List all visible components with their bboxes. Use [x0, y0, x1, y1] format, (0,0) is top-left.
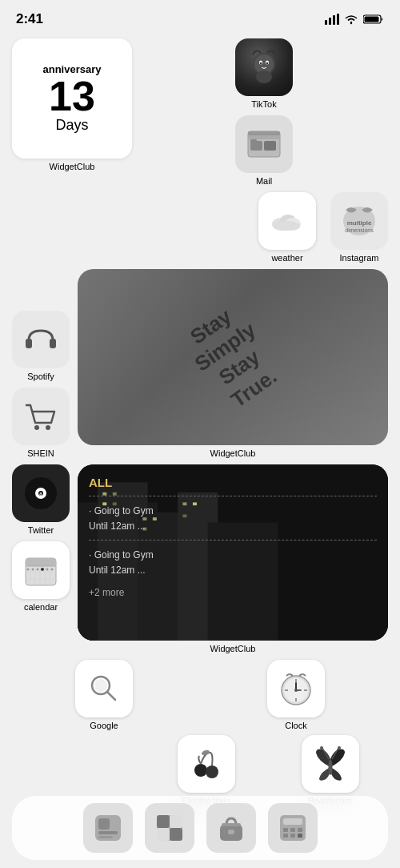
mail-label: Mail — [256, 176, 272, 186]
spotify-icon-svg — [22, 324, 59, 355]
mail-icon — [235, 115, 293, 173]
twitter-icon-svg: 8 — [22, 475, 59, 512]
spotify-app[interactable]: Spotify — [12, 311, 70, 381]
tiktok-icon — [235, 38, 293, 96]
clock-icon — [267, 660, 325, 717]
spotify-label: Spotify — [27, 372, 54, 381]
spotify-icon — [12, 311, 70, 368]
clock-label: Clock — [285, 721, 307, 730]
shein-app[interactable]: SHEIN — [12, 388, 70, 458]
dock-icon-4-svg — [277, 812, 309, 844]
row4: 8 Twitter — [0, 464, 400, 653]
shein-icon — [12, 388, 70, 445]
tiktok-app[interactable]: TikTok — [140, 38, 388, 109]
row1: anniversary 13 Days WidgetClub — [0, 35, 400, 186]
svg-point-84 — [320, 746, 323, 749]
svg-rect-101 — [290, 828, 295, 832]
svg-rect-6 — [365, 17, 379, 22]
svg-text:multiple: multiple — [347, 219, 372, 227]
stay-widget[interactable]: StaySimplyStayTrue. WidgetClub — [78, 269, 388, 458]
twitter-app[interactable]: 8 Twitter — [12, 464, 70, 535]
dock-icon-1-svg — [92, 812, 124, 844]
svg-point-4 — [350, 22, 352, 24]
weather-label: weather — [271, 253, 302, 263]
svg-rect-0 — [325, 20, 327, 25]
svg-point-31 — [46, 425, 50, 430]
weather-app[interactable]: weather — [258, 192, 316, 263]
row3: Spotify SHEIN StaySimplyStayTrue. — [0, 269, 400, 458]
svg-point-85 — [338, 746, 341, 749]
google-label: Google — [90, 721, 118, 730]
svg-rect-19 — [250, 139, 257, 143]
dock-icon-1[interactable] — [83, 803, 133, 853]
status-icons — [325, 14, 384, 25]
dock-icon-4[interactable] — [268, 803, 318, 853]
google-app[interactable]: Google — [75, 660, 133, 730]
calendar-widget[interactable]: ALL · Going to GymUntil 12am ... · Going… — [78, 464, 388, 653]
svg-point-30 — [34, 425, 39, 430]
dock-icon-3[interactable] — [206, 803, 256, 853]
calendar-widget-body: ALL · Going to GymUntil 12am ... · Going… — [78, 464, 388, 641]
stay-widget-label: WidgetClub — [210, 448, 256, 458]
status-bar: 2:41 — [0, 0, 400, 35]
svg-rect-105 — [298, 834, 302, 838]
dock-icon-2[interactable] — [145, 803, 194, 853]
weather-icon-svg — [269, 208, 306, 234]
anniversary-widget-label: WidgetClub — [50, 162, 95, 171]
instagram-icon: multiple dimensions — [330, 192, 388, 250]
svg-point-24 — [274, 221, 300, 231]
svg-point-12 — [266, 62, 268, 64]
svg-rect-103 — [283, 834, 288, 838]
clock-app[interactable]: Clock — [267, 660, 325, 730]
svg-rect-28 — [26, 339, 32, 348]
spotify-shein-col: Spotify SHEIN — [12, 311, 70, 458]
calendar-tag: ALL — [89, 476, 377, 489]
svg-point-51 — [51, 569, 54, 571]
battery-icon — [363, 14, 384, 25]
status-time: 2:41 — [16, 11, 43, 27]
anniversary-unit: Days — [55, 117, 88, 134]
instagram-app[interactable]: multiple dimensions Instagram — [330, 192, 388, 263]
svg-point-79 — [294, 689, 298, 692]
svg-point-48 — [37, 569, 39, 571]
svg-point-47 — [32, 569, 34, 571]
shein-label: SHEIN — [27, 448, 54, 458]
google-icon — [75, 660, 133, 717]
mail-app[interactable]: Mail — [140, 115, 388, 186]
calendar-label: calendar — [24, 602, 58, 612]
svg-point-83 — [328, 759, 332, 775]
instagram-label: Instagram — [340, 253, 379, 263]
calendar-app[interactable]: calendar — [12, 541, 70, 612]
svg-rect-96 — [222, 823, 241, 826]
anniversary-widget[interactable]: anniversary 13 Days WidgetClub — [12, 38, 132, 171]
dock-icon-3-svg — [215, 812, 247, 844]
calendar-icon — [12, 541, 70, 599]
svg-point-50 — [46, 569, 49, 571]
svg-rect-2 — [333, 15, 335, 25]
svg-rect-89 — [98, 836, 113, 838]
stay-overlay — [78, 269, 388, 445]
svg-rect-20 — [264, 141, 276, 151]
google-icon-svg — [86, 671, 122, 706]
svg-rect-88 — [98, 831, 118, 834]
calendar-widget-label: WidgetClub — [210, 644, 256, 653]
electric-train-icon-svg — [186, 745, 226, 783]
signal-icon — [325, 14, 339, 25]
svg-point-46 — [27, 569, 30, 571]
svg-rect-37 — [26, 558, 56, 566]
anniversary-number: 13 — [49, 75, 95, 117]
calendar-more-text: +2 more — [89, 587, 377, 598]
svg-rect-1 — [329, 18, 331, 25]
twitter-calendar-col: 8 Twitter — [12, 464, 70, 612]
svg-rect-104 — [290, 834, 295, 838]
svg-rect-93 — [157, 828, 170, 841]
shein-icon-svg — [22, 399, 59, 434]
beautycam-icon-svg — [310, 745, 351, 783]
row5: Google Clock — [0, 660, 400, 730]
tiktok-label: TikTok — [251, 99, 276, 109]
svg-rect-102 — [298, 828, 302, 832]
svg-line-69 — [107, 692, 115, 700]
wifi-icon — [344, 14, 358, 25]
svg-rect-92 — [170, 815, 182, 828]
clock-icon-svg — [277, 669, 315, 708]
